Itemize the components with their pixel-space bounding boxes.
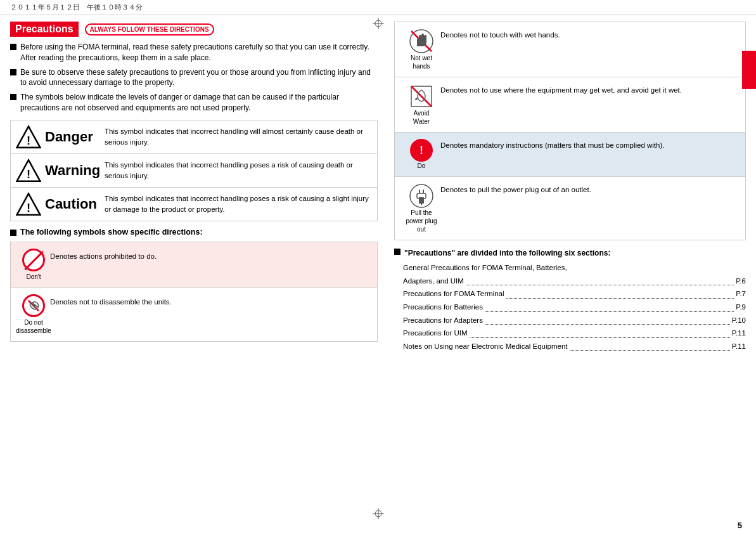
danger-icon-area: ! Danger (16, 124, 105, 150)
dont-icon-wrap: Don't (17, 249, 50, 281)
caution-desc: This symbol indicates that incorrect han… (105, 193, 372, 214)
bullet-square-1 (10, 44, 16, 50)
warning-icon-area: ! Warning (16, 158, 105, 183)
section-dots-5 (470, 337, 730, 338)
section-item-4: Precautions for Adapters P.10 (403, 315, 746, 327)
caution-triangle-icon: ! (16, 192, 41, 217)
intro-bullet-text-2: Be sure to observe these safety precauti… (20, 67, 378, 89)
section-text-2: Precautions for FOMA Terminal (403, 288, 504, 301)
crosshair-bottom-icon (373, 508, 384, 521)
danger-desc: This symbol indicates that incorrect han… (105, 126, 372, 147)
do-not-disassemble-icon (22, 294, 45, 317)
avoid-water-row: AvoidWater Denotes not to use where the … (395, 77, 745, 133)
do-not-disassemble-label: Do notdisassemble (16, 318, 51, 335)
left-column: Precautions ALWAYS FOLLOW THESE DIRECTIO… (10, 22, 378, 533)
do-mandatory-row: ! Do Denotes mandatory instructions (mat… (395, 133, 745, 177)
section-page-5: P.11 (732, 327, 746, 340)
header-bar: ２０１１年５月１２日 午後１０時３４分 (0, 0, 756, 15)
section-text-1: Adapters, and UIM (403, 275, 464, 288)
dont-line (24, 251, 43, 270)
warning-label: Warning (45, 162, 100, 179)
section-dots-6 (570, 350, 730, 351)
not-wet-hands-row: Not wethands Denotes not to touch with w… (395, 22, 745, 77)
section-page-4: P.10 (732, 315, 746, 327)
dont-desc: Denotes actions prohibited to do. (50, 249, 157, 261)
dont-label: Don't (26, 273, 41, 281)
section-text-3: Precautions for Batteries (403, 301, 483, 314)
warning-desc: This symbol indicates that incorrect han… (105, 160, 372, 181)
danger-label: Danger (45, 129, 93, 145)
do-not-disassemble-desc: Denotes not to disassemble the units. (50, 294, 172, 307)
svg-text:!: ! (27, 167, 30, 180)
following-bullet-square (10, 230, 16, 236)
section-page-6: P.11 (732, 341, 746, 353)
section-dots-4 (485, 324, 730, 325)
sections-area: "Precautions" are divided into the follo… (394, 247, 746, 353)
dont-item: Don't Denotes actions prohibited to do. (11, 242, 377, 288)
section-text-5: Precautions for UIM (403, 327, 468, 340)
svg-text:!: ! (27, 200, 30, 214)
page-number: 5 (738, 521, 742, 530)
do-not-disassemble-icon-wrap: Do notdisassemble (17, 294, 50, 335)
intro-bullet-text-1: Before using the FOMA terminal, read the… (20, 42, 378, 63)
warning-row: ! Warning This symbol indicates that inc… (11, 154, 377, 188)
avoid-water-icon-wrap: AvoidWater (402, 84, 440, 126)
sections-title-line: "Precautions" are divided into the follo… (394, 247, 746, 259)
section-text-6: Notes on Using near Electronic Medical E… (403, 341, 568, 353)
intro-bullet-2: Be sure to observe these safety precauti… (10, 67, 378, 89)
header-text: ２０１１年５月１２日 午後１０時３４分 (10, 3, 143, 12)
intro-bullet-text-3: The symbols below indicate the levels of… (20, 92, 378, 114)
sections-list: General Precautions for FOMA Terminal, B… (394, 262, 746, 353)
caution-icon-area: ! Caution (16, 192, 105, 217)
avoid-water-icon (409, 84, 434, 109)
caution-row: ! Caution This symbol indicates that inc… (11, 188, 377, 221)
pull-plug-row: Pull thepower plugout Denotes to pull th… (395, 177, 745, 240)
sections-title-text: "Precautions" are divided into the follo… (404, 247, 610, 259)
pull-plug-icon (409, 183, 434, 209)
danger-row: ! Danger This symbol indicates that inco… (11, 120, 377, 154)
not-wet-hands-label: Not wethands (411, 54, 432, 70)
crosshair-top-icon (373, 18, 384, 31)
bullet-square-3 (10, 94, 16, 100)
section-item-6: Notes on Using near Electronic Medical E… (403, 341, 746, 353)
danger-warning-caution-table: ! Danger This symbol indicates that inco… (10, 120, 378, 221)
section-item-3: Precautions for Batteries P.9 (403, 301, 746, 314)
section-item-2: Precautions for FOMA Terminal P.7 (403, 288, 746, 301)
do-mandatory-desc: Denotes mandatory instructions (matters … (440, 139, 664, 151)
section-page-1: P.6 (736, 275, 746, 288)
sections-bullet-square (394, 249, 400, 255)
dont-icon (22, 249, 45, 271)
bullet-square-2 (10, 69, 16, 75)
intro-bullet-3: The symbols below indicate the levels of… (10, 92, 378, 114)
intro-bullet-1: Before using the FOMA terminal, read the… (10, 42, 378, 63)
avoid-water-label: AvoidWater (413, 109, 430, 126)
red-accent-bar (742, 51, 756, 89)
section-dots-1 (466, 285, 734, 285)
not-wet-hands-icon (409, 29, 434, 54)
section-text-4: Precautions for Adapters (403, 315, 483, 327)
following-symbols-title: The following symbols show specific dire… (10, 228, 378, 237)
always-follow-badge: ALWAYS FOLLOW THESE DIRECTIONS (85, 23, 214, 36)
caution-label: Caution (45, 196, 97, 212)
main-content: Precautions ALWAYS FOLLOW THESE DIRECTIO… (0, 15, 756, 539)
svg-line-13 (411, 86, 432, 107)
pull-plug-label: Pull thepower plugout (406, 209, 437, 233)
section-item-0: General Precautions for FOMA Terminal, B… (403, 262, 746, 275)
pull-plug-icon-wrap: Pull thepower plugout (402, 183, 440, 233)
precautions-title: Precautions (10, 22, 79, 37)
following-symbols-title-text: The following symbols show specific dire… (20, 228, 203, 237)
page-container: ２０１１年５月１２日 午後１０時３４分 Precautions ALWAYS F… (0, 0, 756, 539)
danger-triangle-icon: ! (16, 124, 41, 150)
precautions-header: Precautions ALWAYS FOLLOW THESE DIRECTIO… (10, 22, 378, 37)
section-item-5: Precautions for UIM P.11 (403, 327, 746, 340)
section-page-3: P.9 (736, 301, 746, 314)
avoid-water-desc: Denotes not to use where the equipment m… (440, 84, 682, 96)
svg-text:!: ! (27, 133, 30, 146)
do-mandatory-icon-wrap: ! Do (402, 139, 440, 170)
do-mandatory-icon: ! (410, 139, 433, 162)
do-mandatory-label: Do (418, 162, 426, 170)
following-symbols-box: Don't Denotes actions prohibited to do. (10, 242, 378, 342)
intro-bullets: Before using the FOMA terminal, read the… (10, 42, 378, 114)
pull-plug-desc: Denotes to pull the power plug out of an… (440, 183, 591, 195)
right-column: Not wethands Denotes not to touch with w… (388, 22, 746, 533)
